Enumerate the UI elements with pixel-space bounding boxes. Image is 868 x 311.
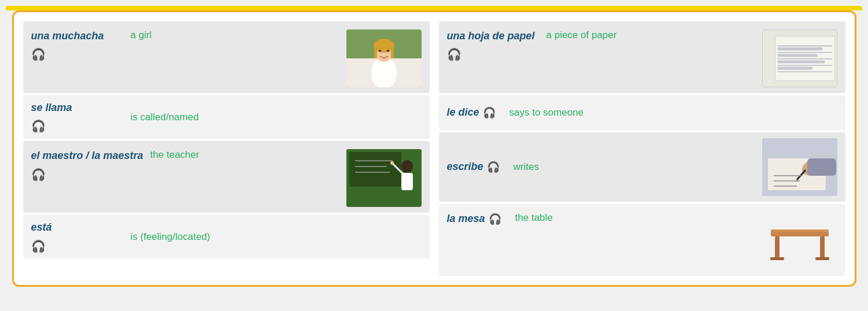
top-bar <box>6 6 862 10</box>
term-column: está 🎧 <box>31 221 124 253</box>
list-item: una hoja de papel 🎧 a piece of paper <box>439 21 845 93</box>
list-item: le dice 🎧 says to someone <box>439 95 845 130</box>
svg-rect-40 <box>771 229 829 232</box>
svg-rect-43 <box>770 257 784 260</box>
svg-rect-44 <box>815 257 829 260</box>
vocab-image-table <box>762 212 837 270</box>
vocab-image-writing <box>762 138 837 196</box>
svg-point-7 <box>379 50 381 52</box>
english-definition: writes <box>514 161 755 173</box>
vocab-card-container: una muchacha 🎧 a girl <box>12 10 856 287</box>
spanish-term: está <box>31 221 124 234</box>
english-definition: the teacher <box>150 149 339 161</box>
audio-button[interactable]: 🎧 <box>31 239 124 253</box>
list-item: el maestro / la maestra 🎧 the teacher <box>23 141 430 213</box>
svg-rect-6 <box>391 46 394 58</box>
term-column: una hoja de papel 🎧 <box>447 29 540 61</box>
svg-rect-25 <box>777 47 822 50</box>
audio-button[interactable]: 🎧 <box>31 119 124 133</box>
english-definition: a girl <box>131 29 339 41</box>
english-definition: a piece of paper <box>546 29 755 41</box>
list-item: escribe 🎧 writes <box>439 132 845 202</box>
english-definition: the table <box>515 212 755 224</box>
audio-button[interactable]: 🎧 <box>487 161 500 173</box>
english-definition: says to someone <box>509 107 837 119</box>
list-item: se llama 🎧 is called/named <box>23 95 430 139</box>
audio-button[interactable]: 🎧 <box>489 213 501 225</box>
spanish-term: una hoja de papel <box>447 29 540 43</box>
list-item: está 🎧 is (feeling/located) <box>23 215 430 258</box>
svg-rect-37 <box>807 158 836 176</box>
audio-button[interactable]: 🎧 <box>447 47 540 61</box>
audio-button[interactable]: 🎧 <box>31 168 143 182</box>
term-column: se llama 🎧 <box>31 101 124 133</box>
vocab-image-teacher <box>346 149 422 207</box>
vocab-grid: una muchacha 🎧 a girl <box>23 21 845 276</box>
svg-rect-41 <box>775 236 780 260</box>
left-column: una muchacha 🎧 a girl <box>23 21 430 276</box>
spanish-term: la mesa <box>447 212 485 225</box>
svg-rect-27 <box>777 60 825 63</box>
audio-button[interactable]: 🎧 <box>483 106 496 119</box>
term-audio-group: le dice 🎧 <box>447 106 496 119</box>
term-audio-group: la mesa 🎧 <box>447 212 501 225</box>
spanish-term: escribe <box>447 160 483 173</box>
vocab-image-girl <box>346 29 422 87</box>
svg-rect-15 <box>401 173 413 190</box>
svg-point-8 <box>387 50 389 52</box>
term-audio-group: escribe 🎧 <box>447 160 500 173</box>
svg-rect-5 <box>374 46 377 58</box>
spanish-term: le dice <box>447 106 479 119</box>
term-column: el maestro / la maestra 🎧 <box>31 149 143 181</box>
term-column: una muchacha 🎧 <box>31 29 124 61</box>
list-item: la mesa 🎧 the table <box>439 204 845 276</box>
svg-point-14 <box>401 160 413 173</box>
svg-point-17 <box>390 161 394 165</box>
english-definition: is called/named <box>131 112 422 123</box>
svg-rect-19 <box>775 36 834 80</box>
spanish-term: una muchacha <box>31 29 124 43</box>
spanish-term: se llama <box>31 101 124 114</box>
spanish-term: el maestro / la maestra <box>31 149 143 162</box>
svg-rect-28 <box>777 67 812 70</box>
audio-button[interactable]: 🎧 <box>31 47 124 61</box>
svg-rect-10 <box>349 152 401 187</box>
svg-rect-26 <box>777 54 817 57</box>
vocab-image-paper <box>762 29 837 87</box>
svg-rect-38 <box>762 212 837 270</box>
list-item: una muchacha 🎧 a girl <box>23 21 430 93</box>
right-column: una hoja de papel 🎧 a piece of paper <box>439 21 845 276</box>
english-definition: is (feeling/located) <box>131 231 422 243</box>
svg-rect-42 <box>820 236 825 260</box>
